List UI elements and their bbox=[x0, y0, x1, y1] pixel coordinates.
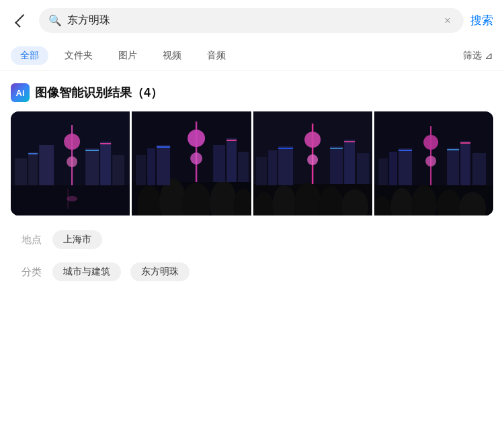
svg-rect-31 bbox=[238, 152, 249, 182]
tab-video[interactable]: 视频 bbox=[153, 46, 191, 65]
svg-point-45 bbox=[304, 132, 321, 148]
category-tag-1[interactable]: 东方明珠 bbox=[130, 262, 190, 281]
svg-rect-42 bbox=[268, 150, 277, 185]
svg-rect-4 bbox=[39, 145, 54, 185]
svg-rect-71 bbox=[447, 149, 459, 150]
ai-title-text: 图像智能识别结果（4） bbox=[35, 85, 163, 101]
svg-point-7 bbox=[67, 156, 77, 167]
ai-title-row: Ai 图像智能识别结果（4） bbox=[11, 83, 493, 102]
svg-point-6 bbox=[64, 134, 80, 150]
svg-rect-3 bbox=[28, 152, 38, 185]
svg-rect-8 bbox=[85, 148, 99, 185]
svg-point-27 bbox=[187, 130, 205, 147]
ai-icon: Ai bbox=[11, 83, 30, 102]
image-cell-2[interactable] bbox=[132, 111, 251, 216]
image-cell-3[interactable] bbox=[253, 111, 372, 216]
svg-rect-67 bbox=[460, 141, 470, 185]
filter-tabs: 全部 文件夹 图片 视频 音频 筛选 ⊿ bbox=[0, 41, 504, 71]
svg-point-46 bbox=[307, 154, 318, 165]
ai-section: Ai 图像智能识别结果（4） bbox=[0, 71, 504, 281]
location-label: 地点 bbox=[22, 234, 43, 246]
ai-title-main: 图像智能识别结果 bbox=[35, 86, 132, 99]
svg-rect-62 bbox=[398, 148, 412, 185]
svg-rect-12 bbox=[85, 150, 99, 151]
location-row: 地点 上海市 bbox=[22, 230, 482, 249]
search-button[interactable]: 搜索 bbox=[470, 13, 493, 28]
svg-rect-23 bbox=[136, 155, 146, 185]
search-input[interactable]: 东方明珠 bbox=[67, 13, 435, 28]
svg-rect-24 bbox=[147, 148, 155, 185]
svg-rect-10 bbox=[112, 155, 124, 185]
back-button[interactable] bbox=[11, 10, 32, 32]
category-row: 分类 城市与建筑 东方明珠 bbox=[22, 262, 482, 281]
tab-audio[interactable]: 音频 bbox=[198, 46, 235, 65]
search-bar: 🔍 东方明珠 × bbox=[39, 8, 464, 33]
image-cell-4[interactable] bbox=[374, 111, 493, 216]
clear-button[interactable]: × bbox=[441, 14, 454, 28]
svg-rect-33 bbox=[226, 140, 237, 141]
svg-rect-69 bbox=[398, 150, 412, 151]
svg-rect-43 bbox=[278, 146, 293, 185]
svg-rect-50 bbox=[278, 148, 293, 149]
ai-count: （4） bbox=[132, 86, 163, 99]
svg-rect-13 bbox=[100, 143, 111, 144]
svg-rect-52 bbox=[330, 148, 343, 149]
svg-rect-47 bbox=[330, 146, 343, 184]
svg-rect-29 bbox=[213, 145, 225, 182]
svg-rect-66 bbox=[447, 148, 459, 185]
svg-rect-32 bbox=[157, 146, 170, 148]
category-label: 分类 bbox=[22, 266, 43, 279]
svg-rect-11 bbox=[28, 153, 38, 154]
svg-rect-41 bbox=[256, 157, 267, 185]
tab-folder[interactable]: 文件夹 bbox=[55, 46, 102, 65]
svg-rect-60 bbox=[378, 158, 388, 185]
svg-rect-68 bbox=[472, 153, 486, 185]
tab-image[interactable]: 图片 bbox=[109, 46, 146, 65]
svg-rect-15 bbox=[67, 189, 69, 209]
svg-rect-61 bbox=[389, 152, 397, 185]
svg-rect-30 bbox=[226, 138, 237, 182]
category-tag-0[interactable]: 城市与建筑 bbox=[52, 262, 121, 281]
svg-rect-2 bbox=[15, 158, 27, 185]
image-grid[interactable] bbox=[11, 111, 493, 216]
filter-button[interactable]: 筛选 ⊿ bbox=[463, 50, 493, 62]
location-tag[interactable]: 上海市 bbox=[52, 230, 102, 249]
svg-point-65 bbox=[425, 156, 436, 166]
svg-rect-70 bbox=[460, 142, 470, 144]
tab-all[interactable]: 全部 bbox=[11, 46, 48, 65]
meta-section: 地点 上海市 分类 城市与建筑 东方明珠 bbox=[11, 216, 493, 281]
svg-point-64 bbox=[423, 135, 438, 150]
back-chevron-icon bbox=[15, 14, 28, 28]
svg-point-28 bbox=[190, 152, 202, 164]
svg-rect-9 bbox=[100, 142, 111, 185]
svg-rect-51 bbox=[344, 141, 355, 142]
svg-rect-49 bbox=[357, 153, 369, 184]
image-cell-1[interactable] bbox=[11, 111, 130, 216]
filter-icon: ⊿ bbox=[485, 50, 493, 62]
header: 🔍 东方明珠 × 搜索 bbox=[0, 0, 504, 41]
svg-rect-25 bbox=[157, 145, 170, 185]
svg-rect-48 bbox=[344, 140, 355, 184]
search-icon: 🔍 bbox=[48, 15, 62, 26]
filter-label: 筛选 bbox=[463, 50, 482, 62]
